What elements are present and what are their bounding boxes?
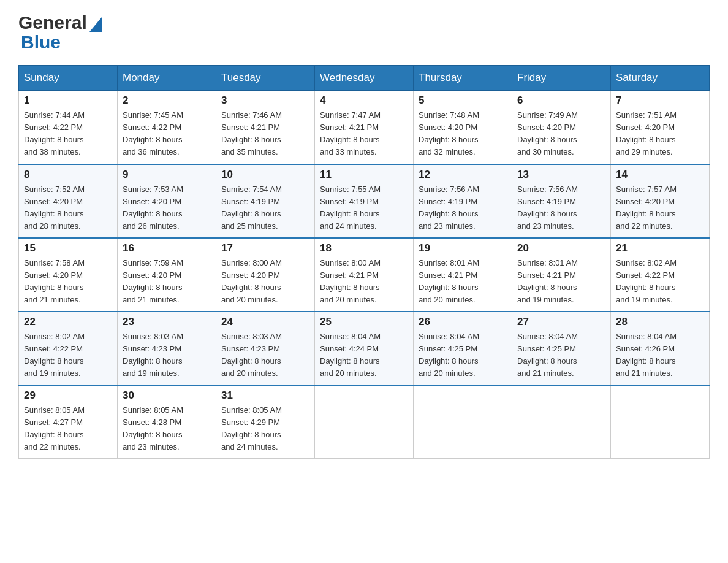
day-info: Sunrise: 8:04 AM Sunset: 4:25 PM Dayligh… — [517, 331, 605, 380]
day-info: Sunrise: 8:01 AM Sunset: 4:21 PM Dayligh… — [419, 257, 507, 307]
calendar-day-cell: 7 Sunrise: 7:51 AM Sunset: 4:20 PM Dayli… — [611, 91, 710, 164]
calendar-week-row: 8 Sunrise: 7:52 AM Sunset: 4:20 PM Dayli… — [19, 164, 710, 238]
logo-triangle-icon — [89, 17, 102, 32]
calendar-day-cell: 26 Sunrise: 8:04 AM Sunset: 4:25 PM Dayl… — [414, 312, 512, 385]
calendar-header-row: SundayMondayTuesdayWednesdayThursdayFrid… — [19, 66, 710, 91]
day-info: Sunrise: 8:04 AM Sunset: 4:26 PM Dayligh… — [616, 331, 704, 380]
day-number: 14 — [616, 169, 704, 181]
column-header-tuesday: Tuesday — [216, 66, 315, 91]
day-info: Sunrise: 8:05 AM Sunset: 4:29 PM Dayligh… — [221, 404, 309, 454]
page-header: General Blue — [18, 12, 710, 53]
day-number: 18 — [320, 242, 408, 255]
day-number: 10 — [221, 169, 309, 181]
calendar-day-cell — [512, 385, 611, 459]
day-info: Sunrise: 7:56 AM Sunset: 4:19 PM Dayligh… — [419, 183, 507, 233]
day-number: 27 — [517, 316, 605, 328]
day-info: Sunrise: 7:47 AM Sunset: 4:21 PM Dayligh… — [320, 109, 408, 159]
calendar-table: SundayMondayTuesdayWednesdayThursdayFrid… — [18, 65, 710, 459]
calendar-day-cell: 1 Sunrise: 7:44 AM Sunset: 4:22 PM Dayli… — [19, 91, 118, 164]
calendar-day-cell: 4 Sunrise: 7:47 AM Sunset: 4:21 PM Dayli… — [315, 91, 414, 164]
day-info: Sunrise: 7:48 AM Sunset: 4:20 PM Dayligh… — [419, 109, 507, 159]
calendar-day-cell: 18 Sunrise: 8:00 AM Sunset: 4:21 PM Dayl… — [315, 238, 414, 312]
column-header-saturday: Saturday — [611, 66, 710, 91]
day-number: 16 — [123, 242, 211, 255]
day-number: 28 — [616, 316, 704, 328]
day-info: Sunrise: 7:57 AM Sunset: 4:20 PM Dayligh… — [616, 183, 704, 233]
day-number: 7 — [616, 94, 704, 107]
day-number: 12 — [419, 169, 507, 181]
day-number: 6 — [517, 94, 605, 107]
day-number: 25 — [320, 316, 408, 328]
calendar-day-cell — [611, 385, 710, 459]
day-number: 15 — [24, 242, 112, 255]
calendar-day-cell: 29 Sunrise: 8:05 AM Sunset: 4:27 PM Dayl… — [19, 385, 118, 459]
day-info: Sunrise: 7:56 AM Sunset: 4:19 PM Dayligh… — [517, 183, 605, 233]
day-info: Sunrise: 7:59 AM Sunset: 4:20 PM Dayligh… — [123, 257, 211, 307]
calendar-day-cell: 9 Sunrise: 7:53 AM Sunset: 4:20 PM Dayli… — [118, 164, 216, 238]
day-number: 21 — [616, 242, 704, 255]
logo-blue-text: Blue — [21, 32, 61, 52]
calendar-day-cell: 6 Sunrise: 7:49 AM Sunset: 4:20 PM Dayli… — [512, 91, 611, 164]
day-number: 23 — [123, 316, 211, 328]
day-info: Sunrise: 7:46 AM Sunset: 4:21 PM Dayligh… — [221, 109, 309, 159]
calendar-day-cell: 5 Sunrise: 7:48 AM Sunset: 4:20 PM Dayli… — [414, 91, 512, 164]
column-header-friday: Friday — [512, 66, 611, 91]
column-header-monday: Monday — [118, 66, 216, 91]
calendar-day-cell: 11 Sunrise: 7:55 AM Sunset: 4:19 PM Dayl… — [315, 164, 414, 238]
day-number: 20 — [517, 242, 605, 255]
day-info: Sunrise: 8:03 AM Sunset: 4:23 PM Dayligh… — [221, 331, 309, 380]
day-info: Sunrise: 7:55 AM Sunset: 4:19 PM Dayligh… — [320, 183, 408, 233]
day-info: Sunrise: 7:54 AM Sunset: 4:19 PM Dayligh… — [221, 183, 309, 233]
day-info: Sunrise: 8:00 AM Sunset: 4:21 PM Dayligh… — [320, 257, 408, 307]
day-number: 26 — [419, 316, 507, 328]
column-header-wednesday: Wednesday — [315, 66, 414, 91]
day-info: Sunrise: 8:05 AM Sunset: 4:28 PM Dayligh… — [123, 404, 211, 454]
calendar-week-row: 15 Sunrise: 7:58 AM Sunset: 4:20 PM Dayl… — [19, 238, 710, 312]
logo-general-text: General — [18, 12, 87, 33]
day-number: 19 — [419, 242, 507, 255]
day-info: Sunrise: 7:53 AM Sunset: 4:20 PM Dayligh… — [123, 183, 211, 233]
calendar-day-cell: 25 Sunrise: 8:04 AM Sunset: 4:24 PM Dayl… — [315, 312, 414, 385]
day-number: 13 — [517, 169, 605, 181]
day-number: 4 — [320, 94, 408, 107]
day-number: 30 — [123, 389, 211, 402]
calendar-day-cell: 13 Sunrise: 7:56 AM Sunset: 4:19 PM Dayl… — [512, 164, 611, 238]
calendar-day-cell: 12 Sunrise: 7:56 AM Sunset: 4:19 PM Dayl… — [414, 164, 512, 238]
calendar-day-cell: 21 Sunrise: 8:02 AM Sunset: 4:22 PM Dayl… — [611, 238, 710, 312]
calendar-week-row: 22 Sunrise: 8:02 AM Sunset: 4:22 PM Dayl… — [19, 312, 710, 385]
calendar-day-cell: 3 Sunrise: 7:46 AM Sunset: 4:21 PM Dayli… — [216, 91, 315, 164]
calendar-day-cell: 23 Sunrise: 8:03 AM Sunset: 4:23 PM Dayl… — [118, 312, 216, 385]
day-info: Sunrise: 7:49 AM Sunset: 4:20 PM Dayligh… — [517, 109, 605, 159]
day-number: 5 — [419, 94, 507, 107]
calendar-day-cell — [315, 385, 414, 459]
calendar-day-cell: 16 Sunrise: 7:59 AM Sunset: 4:20 PM Dayl… — [118, 238, 216, 312]
logo-container: General — [18, 12, 102, 33]
day-number: 17 — [221, 242, 309, 255]
calendar-day-cell: 15 Sunrise: 7:58 AM Sunset: 4:20 PM Dayl… — [19, 238, 118, 312]
calendar-day-cell: 20 Sunrise: 8:01 AM Sunset: 4:21 PM Dayl… — [512, 238, 611, 312]
calendar-day-cell: 24 Sunrise: 8:03 AM Sunset: 4:23 PM Dayl… — [216, 312, 315, 385]
calendar-day-cell: 30 Sunrise: 8:05 AM Sunset: 4:28 PM Dayl… — [118, 385, 216, 459]
day-info: Sunrise: 7:44 AM Sunset: 4:22 PM Dayligh… — [24, 109, 112, 159]
day-number: 11 — [320, 169, 408, 181]
calendar-day-cell — [414, 385, 512, 459]
calendar-day-cell: 27 Sunrise: 8:04 AM Sunset: 4:25 PM Dayl… — [512, 312, 611, 385]
day-info: Sunrise: 8:01 AM Sunset: 4:21 PM Dayligh… — [517, 257, 605, 307]
column-header-sunday: Sunday — [19, 66, 118, 91]
calendar-day-cell: 28 Sunrise: 8:04 AM Sunset: 4:26 PM Dayl… — [611, 312, 710, 385]
day-info: Sunrise: 8:00 AM Sunset: 4:20 PM Dayligh… — [221, 257, 309, 307]
day-info: Sunrise: 8:04 AM Sunset: 4:25 PM Dayligh… — [419, 331, 507, 380]
day-info: Sunrise: 7:52 AM Sunset: 4:20 PM Dayligh… — [24, 183, 112, 233]
day-number: 1 — [24, 94, 112, 107]
logo-icon-area — [88, 17, 102, 28]
day-number: 22 — [24, 316, 112, 328]
logo: General Blue — [18, 12, 102, 53]
day-number: 3 — [221, 94, 309, 107]
day-info: Sunrise: 8:02 AM Sunset: 4:22 PM Dayligh… — [616, 257, 704, 307]
calendar-day-cell: 14 Sunrise: 7:57 AM Sunset: 4:20 PM Dayl… — [611, 164, 710, 238]
calendar-day-cell: 31 Sunrise: 8:05 AM Sunset: 4:29 PM Dayl… — [216, 385, 315, 459]
calendar-day-cell: 8 Sunrise: 7:52 AM Sunset: 4:20 PM Dayli… — [19, 164, 118, 238]
day-info: Sunrise: 8:05 AM Sunset: 4:27 PM Dayligh… — [24, 404, 112, 454]
day-info: Sunrise: 8:02 AM Sunset: 4:22 PM Dayligh… — [24, 331, 112, 380]
day-number: 8 — [24, 169, 112, 181]
